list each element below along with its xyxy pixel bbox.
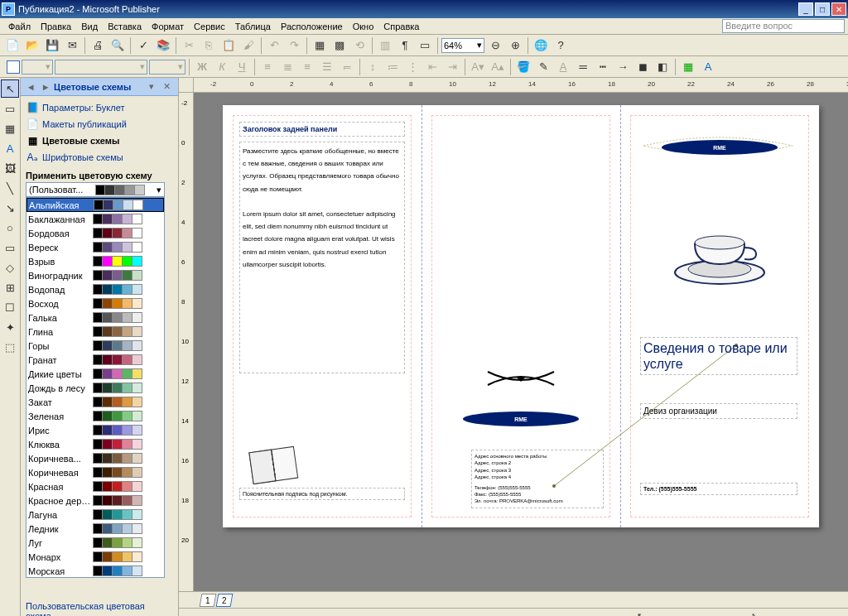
scheme-item[interactable]: Красное дерево <box>26 493 164 508</box>
special-char-button[interactable]: ¶ <box>396 36 414 55</box>
undo-button[interactable]: ↶ <box>265 36 283 55</box>
page-tab-1[interactable]: 1 <box>200 594 217 607</box>
scheme-item[interactable]: Луг <box>26 536 164 550</box>
wordart-tool[interactable]: A <box>1 139 19 157</box>
line-spacing-button[interactable]: ↕ <box>364 58 382 76</box>
scheme-item[interactable]: Глина <box>26 325 164 339</box>
scheme-item[interactable]: Коричневая <box>26 465 164 479</box>
distribute-button[interactable]: ⫭ <box>338 58 356 76</box>
shadow-button[interactable]: ◼ <box>634 58 652 76</box>
restore-button[interactable]: □ <box>815 2 830 16</box>
send-back-button[interactable]: ▩ <box>330 36 349 55</box>
dash-style-button[interactable]: ┅ <box>594 58 612 76</box>
scheme-item[interactable]: Ледник <box>26 522 164 536</box>
taskpane-menu-button[interactable]: ▾ <box>145 80 158 94</box>
font-color-button[interactable]: A <box>554 58 572 76</box>
taskpane-link-2[interactable]: ▦Цветовые схемы <box>26 132 173 149</box>
page-tab-2[interactable]: 2 <box>216 594 234 607</box>
scheme-item[interactable]: Лагуна <box>26 508 164 522</box>
menu-edit[interactable]: Правка <box>36 20 76 33</box>
align-left-button[interactable]: ≡ <box>258 58 277 76</box>
numbering-button[interactable]: ≔ <box>383 58 402 76</box>
menu-window[interactable]: Окно <box>348 20 379 33</box>
3d-button[interactable]: ◧ <box>653 58 672 76</box>
save-button[interactable]: 💾 <box>43 36 61 55</box>
scheme-item[interactable]: Восход <box>26 296 164 310</box>
italic-button[interactable]: К <box>213 58 231 76</box>
menu-insert[interactable]: Вставка <box>103 20 147 33</box>
page-workspace[interactable]: Заголовок задней панели Разместите здесь… <box>194 93 848 591</box>
preview-button[interactable]: 🔍 <box>108 36 127 55</box>
bold-button[interactable]: Ж <box>193 58 211 76</box>
scheme-item[interactable]: Гранат <box>26 353 164 367</box>
select-tool[interactable]: ↖ <box>1 79 19 98</box>
scheme-item[interactable]: Красная <box>26 479 164 493</box>
format-painter-button[interactable]: 🖌 <box>239 36 258 55</box>
menu-help[interactable]: Справка <box>378 20 424 33</box>
scheme-item[interactable]: Закат <box>26 395 164 409</box>
scheme-item[interactable]: Морская <box>26 564 164 578</box>
arrow-tool[interactable]: ↘ <box>1 199 19 217</box>
taskpane-link-3[interactable]: AₐШрифтовые схемы <box>26 149 173 166</box>
open-button[interactable]: 📂 <box>23 36 41 55</box>
inc-font-button[interactable]: A▴ <box>489 58 507 76</box>
research-button[interactable]: 📚 <box>154 36 172 55</box>
scheme-item[interactable]: Баклажанная <box>26 212 164 226</box>
scheme-item[interactable]: Зеленая <box>26 409 164 423</box>
fill-color-button[interactable]: 🪣 <box>514 58 532 76</box>
form-tool[interactable]: ☐ <box>1 298 19 316</box>
style-combo[interactable]: ▾ <box>22 60 53 75</box>
new-button[interactable]: 📄 <box>3 36 22 55</box>
scheme-item[interactable]: Дикие цветы <box>26 367 164 381</box>
minimize-button[interactable]: _ <box>798 2 813 16</box>
inc-indent-button[interactable]: ⇥ <box>443 58 461 76</box>
scheme-item[interactable]: Клюква <box>26 437 164 451</box>
scheme-item[interactable]: Монарх <box>26 550 164 564</box>
custom-scheme-link[interactable]: Пользовательская цветовая схема... <box>21 598 178 616</box>
underline-button[interactable]: Ч <box>233 58 251 76</box>
font-combo[interactable]: ▾ <box>55 60 147 75</box>
help-search-input[interactable]: Введите вопрос <box>722 19 845 33</box>
menu-tools[interactable]: Сервис <box>189 20 230 33</box>
bring-front-button[interactable]: ▦ <box>311 36 329 55</box>
spell-button[interactable]: ✓ <box>134 36 152 55</box>
taskpane-link-0[interactable]: 📘Параметры: Буклет <box>26 99 173 116</box>
justify-button[interactable]: ☰ <box>318 58 336 76</box>
page-canvas[interactable]: Заголовок задней панели Разместите здесь… <box>223 105 819 527</box>
scheme-item[interactable]: Ирис <box>26 423 164 437</box>
line-style-button[interactable]: ═ <box>574 58 592 76</box>
fontsize-combo[interactable]: ▾ <box>149 60 186 75</box>
menu-format[interactable]: Формат <box>147 20 189 33</box>
redo-button[interactable]: ↷ <box>285 36 303 55</box>
dec-font-button[interactable]: A▾ <box>469 58 487 76</box>
cut-button[interactable]: ✂ <box>180 36 198 55</box>
table-tool[interactable]: ▦ <box>1 119 19 137</box>
taskpane-close-button[interactable]: ✕ <box>160 80 173 94</box>
print-button[interactable]: 🖨 <box>89 36 107 55</box>
rect-tool[interactable]: ▭ <box>1 238 19 257</box>
copy-button[interactable]: ⎘ <box>200 36 218 55</box>
taskpane-fwd-button[interactable]: ► <box>39 80 52 94</box>
taskpane-link-1[interactable]: 📄Макеты публикаций <box>26 116 173 132</box>
scheme-list[interactable]: АльпийскаяБаклажаннаяБордоваяВерескВзрыв… <box>26 197 165 578</box>
menu-arrange[interactable]: Расположение <box>276 20 348 33</box>
align-right-button[interactable]: ≡ <box>298 58 316 76</box>
bullets-button[interactable]: ⋮ <box>403 58 422 76</box>
menu-table[interactable]: Таблица <box>230 20 276 33</box>
scheme-item[interactable]: Коричнева... <box>26 451 164 465</box>
mail-button[interactable]: ✉ <box>63 36 81 55</box>
design-gallery-tool[interactable]: ✦ <box>1 318 19 336</box>
paste-button[interactable]: 📋 <box>219 36 238 55</box>
scheme-item[interactable]: Галька <box>26 310 164 325</box>
styles-chip[interactable] <box>7 60 20 74</box>
menu-file[interactable]: Файл <box>3 20 36 33</box>
dec-indent-button[interactable]: ⇤ <box>423 58 441 76</box>
scheme-item[interactable]: Водопад <box>26 282 164 296</box>
menu-view[interactable]: Вид <box>76 20 103 33</box>
columns-button[interactable]: ▥ <box>376 36 394 55</box>
rotate-button[interactable]: ⟲ <box>350 36 369 55</box>
scheme-item[interactable]: Виноградник <box>26 268 164 282</box>
help-button[interactable]: ? <box>552 36 570 55</box>
line-tool[interactable]: ╲ <box>1 179 19 197</box>
scheme-item[interactable]: Бордовая <box>26 226 164 240</box>
